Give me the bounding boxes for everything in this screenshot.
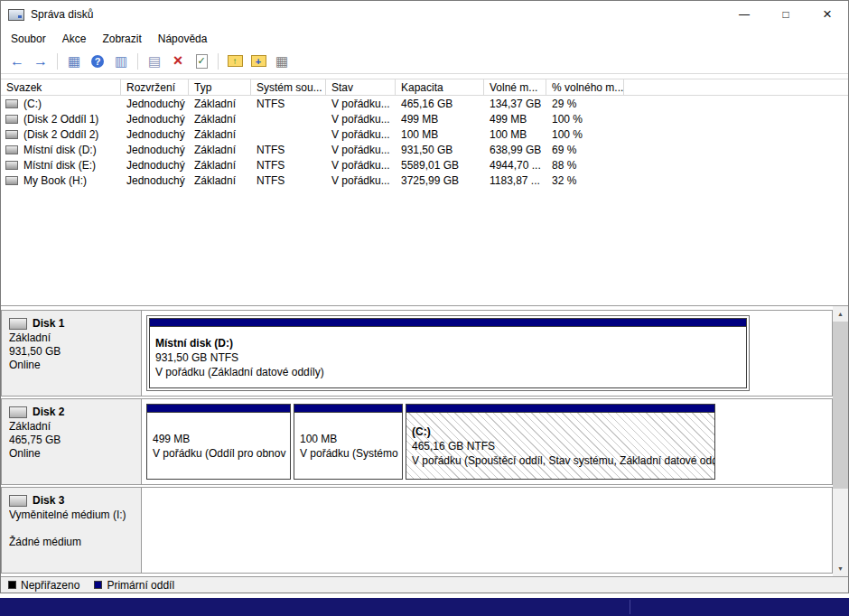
column-header-1[interactable]: Rozvržení [121, 79, 189, 95]
scroll-down-icon[interactable] [833, 561, 848, 576]
volume-cell: NTFS [251, 174, 326, 187]
volume-row[interactable]: My Book (H:)JednoduchýZákladníNTFSV pořá… [1, 173, 848, 188]
volume-icon [5, 161, 18, 170]
disk-row[interactable]: Disk 1Základní931,50 GBOnlineMístní disk… [1, 310, 833, 397]
volume-cell: (Disk 2 Oddíl 1) [1, 113, 121, 126]
volume-row[interactable]: (C:)JednoduchýZákladníNTFSV pořádku...46… [1, 96, 848, 111]
disk-label: Disk 3Vyměnitelné médium (I:)Žádné médiu… [2, 488, 142, 573]
disk-name: Disk 2 [33, 406, 64, 418]
volume-name: Místní disk (D:) [23, 144, 97, 156]
volume-cell: V pořádku... [326, 174, 396, 187]
delete-icon[interactable] [167, 51, 189, 71]
volume-cell: NTFS [251, 144, 326, 156]
volume-cell: 100 MB [484, 128, 546, 141]
close-button[interactable]: × [807, 1, 848, 28]
taskbar-separator [630, 600, 630, 614]
disk-info-line [9, 522, 134, 536]
volume-name: My Book (H:) [23, 174, 87, 187]
volume-icon [5, 176, 18, 185]
app-icon [8, 9, 24, 21]
volume-cell: 5589,01 GB [396, 159, 484, 172]
maximize-button[interactable]: □ [765, 1, 807, 28]
menubar: SouborAkceZobrazitNápověda [1, 28, 848, 49]
volume-cell: 32 % [546, 174, 624, 187]
back-icon[interactable] [6, 51, 28, 71]
column-header-4[interactable]: Stav [326, 79, 396, 95]
partition-color-strip [406, 405, 714, 413]
graphic-view: Disk 1Základní931,50 GBOnlineMístní disk… [1, 305, 848, 576]
properties-icon[interactable] [144, 51, 165, 71]
taskbar[interactable] [0, 598, 849, 616]
scroll-thumb[interactable] [833, 322, 848, 489]
menu-item-2[interactable]: Zobrazit [94, 30, 149, 48]
volume-row[interactable]: Místní disk (E:)JednoduchýZákladníNTFSV … [1, 157, 848, 173]
volume-row[interactable]: (Disk 2 Oddíl 1)JednoduchýZákladníV pořá… [1, 111, 848, 126]
partition[interactable]: 100 MBV pořádku (Systémo [294, 404, 403, 480]
volume-cell: Jednoduchý [121, 98, 189, 110]
partition-line: 465,16 GB NTFS [412, 439, 709, 453]
menu-item-0[interactable]: Soubor [3, 30, 54, 48]
partition[interactable]: (C:)465,16 GB NTFSV pořádku (Spouštěcí o… [406, 404, 715, 480]
volume-cell: 931,50 GB [396, 144, 484, 156]
disk-name: Disk 1 [33, 317, 64, 330]
volume-cell: 100 MB [396, 128, 484, 141]
disk-info-line: 465,75 GB [9, 434, 134, 447]
console-tree-icon[interactable] [110, 51, 132, 71]
disk-icon [9, 318, 27, 330]
column-header-0[interactable]: Svazek [1, 79, 121, 95]
disk-title: Disk 1 [9, 317, 134, 330]
partition-line: V pořádku (Systémo [300, 446, 397, 461]
volume-name: (Disk 2 Oddíl 2) [23, 128, 98, 141]
minimize-button[interactable]: — [723, 1, 765, 28]
folder-up-icon[interactable] [224, 51, 246, 71]
partition[interactable]: 499 MBV pořádku (Oddíl pro obnov [146, 404, 291, 480]
partition-body: 100 MBV pořádku (Systémo [294, 413, 402, 479]
legend-swatch [8, 581, 16, 589]
volume-cell: Základní [189, 144, 251, 156]
disk-info-line: Online [9, 359, 134, 372]
titlebar: Správa disků — □ × [1, 1, 848, 28]
disk-info-line: Základní [9, 420, 134, 434]
column-header-6[interactable]: Volné m... [484, 79, 546, 95]
console-window-icon[interactable] [63, 51, 85, 71]
volume-cell: Místní disk (E:) [1, 159, 121, 172]
column-header-fill [624, 79, 848, 95]
volume-table-body: (C:)JednoduchýZákladníNTFSV pořádku...46… [1, 96, 848, 188]
toolbar-separator [218, 53, 219, 70]
volume-icon [5, 115, 18, 124]
forward-icon[interactable] [30, 51, 51, 71]
check-document-icon[interactable] [191, 51, 212, 71]
disk-info-line: 931,50 GB [9, 345, 134, 359]
column-header-2[interactable]: Typ [189, 79, 251, 95]
volume-icon [5, 99, 18, 108]
volume-row[interactable]: (Disk 2 Oddíl 2)JednoduchýZákladníV pořá… [1, 126, 848, 142]
new-folder-icon[interactable] [247, 51, 269, 71]
scroll-up-icon[interactable] [833, 306, 848, 322]
disk-info-line: Vyměnitelné médium (I:) [9, 509, 134, 522]
volume-row[interactable]: Místní disk (D:)JednoduchýZákladníNTFSV … [1, 142, 848, 157]
partition-title: (C:) [412, 425, 709, 439]
menu-item-3[interactable]: Nápověda [150, 30, 216, 48]
details-view-icon[interactable] [271, 51, 293, 71]
scrollbar[interactable] [833, 306, 848, 576]
legend-swatch [94, 581, 102, 589]
column-header-7[interactable]: % volného m... [546, 79, 624, 95]
disk-title: Disk 2 [9, 406, 134, 418]
partition[interactable]: Místní disk (D:)931,50 GB NTFSV pořádku … [149, 318, 747, 388]
disk-row[interactable]: Disk 3Vyměnitelné médium (I:)Žádné médiu… [1, 487, 833, 574]
menu-item-1[interactable]: Akce [54, 30, 95, 48]
column-header-3[interactable]: Systém sou... [251, 79, 326, 95]
disk-management-window: Správa disků — □ × SouborAkceZobrazitNáp… [0, 0, 849, 593]
legend: NepřiřazenoPrimární oddíl [1, 576, 848, 593]
help-icon[interactable] [87, 51, 108, 71]
toolbar-separator [57, 53, 58, 70]
volume-cell: V pořádku... [326, 113, 396, 126]
partition-line: 499 MB [153, 432, 285, 446]
disk-row[interactable]: Disk 2Základní465,75 GBOnline499 MBV poř… [1, 398, 833, 485]
volume-cell: (Disk 2 Oddíl 2) [1, 128, 121, 141]
disk-area [142, 488, 832, 573]
legend-label: Nepřiřazeno [21, 579, 79, 592]
column-header-5[interactable]: Kapacita [396, 79, 484, 95]
volume-cell: 499 MB [396, 113, 484, 126]
volume-name: (C:) [23, 98, 42, 110]
